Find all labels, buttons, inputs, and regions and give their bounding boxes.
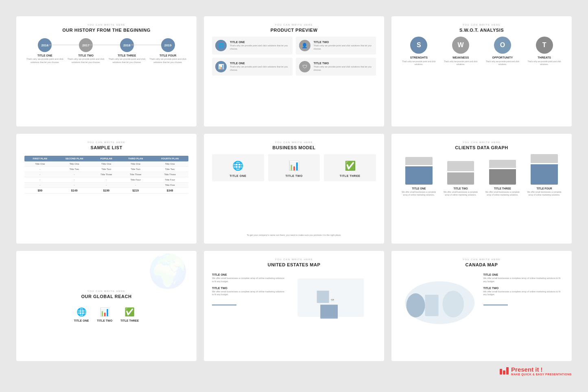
slide1-subtitle: YOU CAN WRITE HERE [87,24,126,26]
person-icon-1: 👤 [299,40,310,51]
graph-col-3: TITLE THREE We offer small businesses a … [483,160,522,196]
product-grid: 🌐 TITLE ONE That's why we provide point … [212,37,376,76]
swot-w: W WEAKNESS That's why we provide point a… [442,37,480,66]
chart-icon-1: 📊 [215,61,227,72]
table-row: --Title ThreeTitle ThreeTitle Three [24,172,188,177]
slide6-subtitle: YOU CAN WRITE HERE [463,141,501,144]
graph-desc-4: We offer small businesses a complete arr… [525,191,564,196]
bar-top-2 [447,161,474,171]
global-item-1: 🌐 TITLE ONE [74,307,89,322]
timeline-text-2: That's why we provide point and click so… [66,58,107,64]
global-item-3: ✅ TITLE THREE [120,307,139,322]
col-popular: POPULAR [93,156,119,161]
product-card-4: 🛡 TITLE TWO That's why we provide point … [296,58,376,76]
swot-circle-o: O [494,37,511,54]
product-card-1: 🌐 TITLE ONE That's why we provide point … [212,37,293,54]
brand-name: Present it ! [511,366,572,373]
world-bg-icon: 🌍 [144,255,192,287]
table-row: -Title TwoTitle TwoTitle TwoTitle Two [24,166,188,172]
product-text-2: TITLE TWO That's why we provide point an… [314,41,373,50]
bar-top-4 [531,154,557,163]
graph-label-2: TITLE TWO [454,187,468,190]
timeline-text-4: That's why we provide point and click so… [147,58,188,64]
global-label-1: TITLE ONE [74,319,89,322]
swot-circle-t: T [536,37,553,54]
timeline-circle-1: 2016 [38,38,52,52]
slide5-title: BUSINESS MODEL [272,145,315,150]
slide-swot: YOU CAN WRITE HERE S.W.O.T. ANALYSIS S S… [391,16,572,126]
globe-icon-1: 🌐 [215,40,227,51]
timeline-circle-4: 2019 [161,38,175,52]
biz-card-2: 📊 TITLE TWO [268,154,320,181]
product-text-3: TITLE ONE That's why we provide point an… [230,62,289,72]
canada-map-content: TITLE ONE We offer small businesses a co… [400,273,564,334]
svg-rect-1 [320,305,338,318]
footer-brand: Present it ! MAKE QUICK & EASY PRESENTAT… [16,366,572,376]
slide-business-model: YOU CAN WRITE HERE BUSINESS MODEL 🌐 TITL… [204,134,384,244]
slide2-title: PRODUCT PREVIEW [271,28,318,33]
timeline-label-2: TITLE TWO [78,54,94,57]
graph-desc-2: We offer small businesses a complete arr… [442,191,480,196]
bar-1 [400,157,438,185]
col-first: FIRST PLAN [24,156,56,161]
bar-bottom-4 [531,164,557,185]
us-title-2: TITLE TWO [212,287,285,290]
product-desc-4: That's why we provide point and click so… [314,65,373,72]
product-title-2: TITLE TWO [314,41,373,44]
swot-row: S STRENGHTS That's why we provide point … [400,37,564,66]
product-desc-2: That's why we provide point and click so… [314,44,373,50]
swot-circle-s: S [410,37,427,54]
canada-title-1: TITLE ONE [483,273,564,276]
slide7-subtitle: YOU CAN WRITE HERE [87,290,126,292]
svg-point-7 [442,291,464,318]
timeline-label-1: TITLE ONE [37,54,52,57]
biz-card-3: ✅ TITLE THREE [324,154,376,181]
globe-icon-biz: 🌐 [232,161,243,171]
bar-bottom-2 [447,172,474,185]
canada-line [483,305,508,305]
bar-top-1 [405,157,432,165]
usa-svg: 🗺 [289,273,376,329]
canada-map-image [400,273,480,334]
us-section-2: TITLE TWO We offer small businesses a co… [212,287,285,296]
canada-title-2: TITLE TWO [483,287,564,290]
shield-icon-1: 🛡 [299,61,310,72]
bar-bottom-3 [489,169,516,185]
swot-desc-o: That's why we provide point and click so… [483,60,522,66]
product-text-4: TITLE TWO That's why we provide point an… [314,62,373,72]
svg-text:🗺: 🗺 [331,298,334,302]
col-fourth: FOURTH PLAN [151,156,188,161]
us-map-content: TITLE ONE We offer small businesses a co… [212,273,376,329]
swot-desc-t: That's why we provide point and click so… [525,60,564,66]
slide-sample-list: YOU CAN WRITE HERE SAMPLE LIST FIRST PLA… [16,134,197,244]
product-title-4: TITLE TWO [314,62,373,65]
slide3-subtitle: YOU CAN WRITE HERE [463,24,501,26]
slide4-subtitle: YOU CAN WRITE HERE [87,141,126,144]
swot-label-w: WEAKNESS [452,56,469,59]
chart-icon-biz: 📊 [289,161,299,171]
slide4-title: SAMPLE LIST [90,145,122,150]
us-title-1: TITLE ONE [212,273,285,276]
price-row: $99$149$199$219$349 [24,187,188,193]
product-title-3: TITLE ONE [230,62,289,65]
slide-global-reach: 🌍 YOU CAN WRITE HERE OUR GLOBAL REACH 🌐 … [16,251,197,361]
globe-icon-global: 🌐 [77,307,87,317]
us-map-image: 🗺 [289,273,376,329]
canada-section-1: TITLE ONE We offer small businesses a co… [483,273,564,283]
product-text-1: TITLE ONE That's why we provide point an… [230,41,289,50]
chart-icon-global: 📊 [100,307,110,317]
global-label-2: TITLE TWO [97,319,112,322]
swot-label-s: STRENGHTS [410,56,428,59]
slide-clients-graph: YOU CAN WRITE HERE CLIENTS DATA GRAPH TI… [391,134,572,244]
product-card-2: 👤 TITLE TWO That's why we provide point … [296,37,376,54]
product-title-1: TITLE ONE [230,41,289,44]
graph-col-2: TITLE TWO We offer small businesses a co… [442,161,480,196]
svg-rect-2 [317,291,329,303]
canada-section-2: TITLE TWO We offer small businesses a co… [483,287,564,296]
graph-label-3: TITLE THREE [494,187,511,190]
product-desc-1: That's why we provide point and click so… [230,44,289,50]
timeline-item-3: 2018 TITLE THREE That's why we provide p… [107,38,148,64]
swot-desc-w: That's why we provide point and click so… [442,60,480,66]
price-table-wrap: FIRST PLAN SECOND PLAN POPULAR THIRD PLA… [24,156,188,194]
global-item-2: 📊 TITLE TWO [97,307,112,322]
